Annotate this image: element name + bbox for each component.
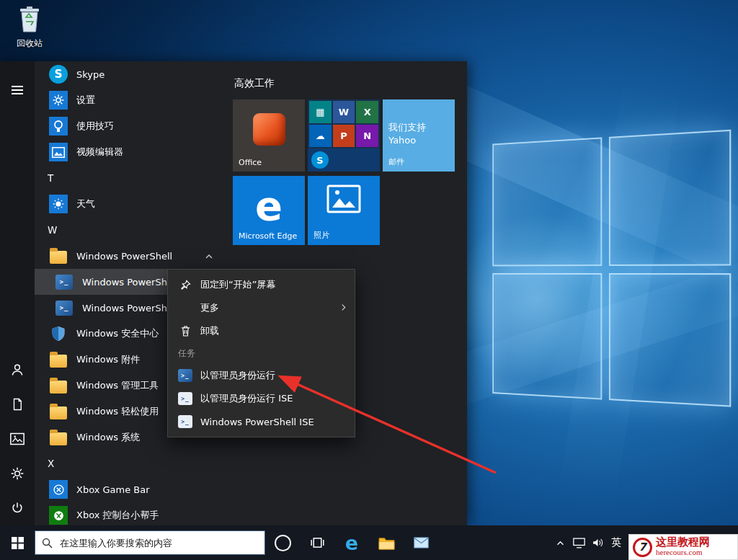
photos-icon <box>308 185 380 213</box>
app-label: Windows 管理工具 <box>76 379 159 392</box>
tile-label: Office <box>239 158 262 167</box>
task-view-button[interactable] <box>300 525 334 560</box>
office-apps-mosaic: ▦ W X ☁ P N <box>309 101 378 147</box>
cortana-button[interactable] <box>265 525 300 560</box>
edge-icon: e <box>345 533 358 553</box>
gear-icon <box>10 466 25 481</box>
powerpoint-icon: P <box>333 125 355 147</box>
app-list-item-video-editor[interactable]: 视频编辑器 <box>35 139 232 165</box>
app-label: 设置 <box>76 94 95 107</box>
tile-photos[interactable]: 照片 <box>308 176 380 245</box>
trash-icon <box>178 324 192 338</box>
wallpaper-pane <box>609 130 731 266</box>
documents-button[interactable] <box>0 387 35 422</box>
wallpaper-pane <box>609 273 731 407</box>
context-item-label: Windows PowerShell ISE <box>200 417 314 427</box>
app-list-item-weather[interactable]: 天气 <box>35 191 232 217</box>
app-label: Windows PowerShell <box>76 251 172 262</box>
context-item-uninstall[interactable]: 卸载 <box>168 319 355 342</box>
watermark-url: herecours.com <box>656 548 710 557</box>
powershell-icon: >_ <box>178 369 192 382</box>
app-label: 使用技巧 <box>76 120 114 133</box>
speaker-icon <box>592 538 604 548</box>
tray-expand-button[interactable] <box>551 525 569 560</box>
app-list-item-skype[interactable]: S Skype <box>35 61 232 87</box>
windows-security-shield-icon <box>51 326 66 342</box>
file-explorer-button[interactable] <box>369 525 404 560</box>
onedrive-icon: ☁ <box>309 125 332 147</box>
app-label: Windows 附件 <box>76 353 140 366</box>
context-item-powershell-ise[interactable]: >_ Windows PowerShell ISE <box>168 410 355 433</box>
mail-promo-text: 我们支持 Yahoo <box>388 121 452 146</box>
search-icon <box>42 538 53 548</box>
ime-indicator[interactable]: 英 <box>607 525 626 560</box>
search-input[interactable] <box>58 537 256 549</box>
app-label: Xbox 控制台小帮手 <box>76 509 159 522</box>
o365-bottom-strip: S <box>308 148 380 172</box>
app-label: Xbox Game Bar <box>76 484 150 495</box>
context-item-label: 以管理员身份运行 <box>200 369 275 382</box>
settings-button[interactable] <box>0 456 35 491</box>
document-icon <box>11 397 24 412</box>
chevron-up-icon <box>205 251 213 262</box>
start-button[interactable] <box>0 525 35 560</box>
expand-menu-button[interactable] <box>0 73 35 107</box>
power-button[interactable] <box>0 491 35 525</box>
app-label: Windows 系统 <box>76 431 140 444</box>
tile-group-title[interactable]: 高效工作 <box>234 77 275 90</box>
app-label: Windows 轻松使用 <box>76 405 159 418</box>
start-rail <box>0 61 35 525</box>
wallpaper-pane <box>492 137 602 266</box>
app-label: Windows 安全中心 <box>76 327 159 340</box>
app-list-item-xbox-game-bar[interactable]: Xbox Game Bar <box>35 476 232 502</box>
user-profile-button[interactable] <box>0 352 35 387</box>
mail-icon <box>414 537 429 548</box>
app-list-item-powershell-folder[interactable]: Windows PowerShell <box>35 243 232 269</box>
pin-icon <box>178 277 192 292</box>
tile-label: 照片 <box>314 230 329 241</box>
app-list-section-X[interactable]: X <box>35 450 232 476</box>
pictures-button[interactable] <box>0 422 35 456</box>
power-icon <box>10 501 25 515</box>
tile-mail[interactable]: 我们支持 Yahoo 邮件 <box>383 99 455 172</box>
context-item-pin-to-start[interactable]: 固定到“开始”屏幕 <box>168 273 355 296</box>
section-letter: W <box>48 224 57 236</box>
app-label: Windows PowerShell <box>82 277 178 288</box>
context-item-run-as-admin[interactable]: >_ 以管理员身份运行 <box>168 364 355 387</box>
weather-icon <box>49 195 68 213</box>
app-list-section-T[interactable]: T <box>35 165 232 191</box>
ime-label: 英 <box>611 536 621 549</box>
folder-icon <box>50 432 67 445</box>
network-icon <box>573 538 585 548</box>
powershell-icon: >_ <box>55 301 73 316</box>
tile-office[interactable]: Office <box>233 99 305 172</box>
app-label: 视频编辑器 <box>76 146 123 159</box>
app-list-item-xbox-console-companion[interactable]: Xbox 控制台小帮手 <box>35 502 232 528</box>
network-tray-button[interactable] <box>569 525 588 560</box>
context-item-more[interactable]: 更多 <box>168 296 355 319</box>
chevron-right-icon <box>341 303 346 314</box>
mail-taskbar-button[interactable] <box>404 525 438 560</box>
taskbar-search[interactable] <box>35 530 265 555</box>
onenote-icon: N <box>356 125 378 147</box>
empty-icon-slot <box>178 301 192 315</box>
excel-icon: X <box>356 101 378 123</box>
watermark-logo: 7 <box>633 538 652 557</box>
app-list-section-W[interactable]: W <box>35 217 232 243</box>
folder-icon <box>50 406 67 419</box>
settings-icon <box>49 91 68 110</box>
volume-tray-button[interactable] <box>588 525 607 560</box>
tile-microsoft-365[interactable]: ▦ W X ☁ P N S <box>308 99 380 172</box>
powershell-ise-icon: >_ <box>178 392 192 405</box>
tile-microsoft-edge[interactable]: e Microsoft Edge <box>233 176 305 245</box>
app-list-item-settings[interactable]: 设置 <box>35 87 232 113</box>
context-item-run-as-admin-ise[interactable]: >_ 以管理员身份运行 ISE <box>168 387 355 410</box>
context-item-label: 卸载 <box>200 324 219 337</box>
tile-label: Microsoft Edge <box>239 231 297 241</box>
word-icon: W <box>333 101 355 123</box>
app-list-item-tips[interactable]: 使用技巧 <box>35 113 232 139</box>
edge-taskbar-button[interactable]: e <box>334 525 369 560</box>
context-item-label: 固定到“开始”屏幕 <box>200 278 275 291</box>
taskbar: e <box>0 525 738 560</box>
recycle-bin-icon[interactable]: 回收站 <box>9 4 50 50</box>
